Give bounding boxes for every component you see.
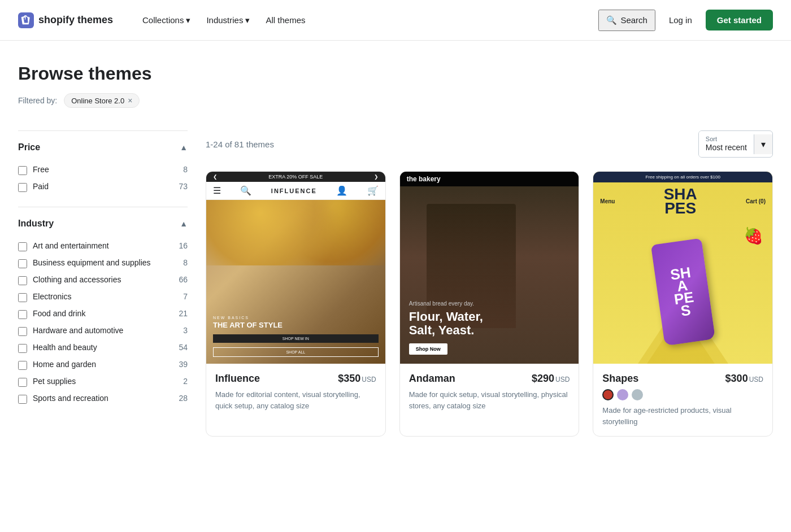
chevron-down-icon: ▾ xyxy=(186,15,190,25)
theme-preview-shapes: Free shipping on all orders over $100 Me… xyxy=(593,172,772,364)
logo[interactable]: shopify themes xyxy=(18,12,113,28)
shapes-nav: Menu SHA PES Cart (0) xyxy=(593,182,772,220)
theme-preview-influence: ❮ EXTRA 20% OFF SALE ❯ ☰ 🔍 INFLUENCE 👤 🛒 xyxy=(206,172,385,364)
andaman-header: the bakery xyxy=(400,172,579,186)
theme-name-shapes: Shapes xyxy=(602,373,638,385)
filter-checkbox-5[interactable] xyxy=(18,327,27,336)
page-title: Browse themes xyxy=(18,63,773,84)
sort-label-section: Sort Most recent xyxy=(699,131,754,157)
color-swatch-red[interactable] xyxy=(602,389,614,400)
main-layout: Price ▲ Free 8 Paid 73 xyxy=(18,130,773,437)
filter-checkbox-0[interactable] xyxy=(18,242,27,251)
industry-filter-items: Art and entertainment 16 Business equipm… xyxy=(18,238,188,407)
filter-checkbox-4[interactable] xyxy=(18,310,27,319)
price-filter-items: Free 8 Paid 73 xyxy=(18,162,188,195)
filter-item-clothing-and-accessories[interactable]: Clothing and accessories 66 xyxy=(18,272,188,289)
shopify-logo-icon xyxy=(18,12,34,28)
filter-row: Filtered by: Online Store 2.0 × xyxy=(18,93,773,108)
remove-filter-button[interactable]: × xyxy=(128,96,132,105)
svg-rect-0 xyxy=(18,12,34,28)
search-button[interactable]: 🔍 Search xyxy=(598,10,655,31)
filter-item-food-and-drink[interactable]: Food and drink 21 xyxy=(18,306,188,322)
influence-nav: ☰ 🔍 INFLUENCE 👤 🛒 xyxy=(206,182,385,200)
search-icon: 🔍 xyxy=(606,15,617,25)
filter-checkbox-1[interactable] xyxy=(18,259,27,268)
sort-value: Most recent xyxy=(706,143,747,152)
filter-checkbox-7[interactable] xyxy=(18,361,27,370)
theme-card-andaman: the bakery Artisanal bread every day. Fl… xyxy=(399,171,580,437)
industry-chevron-icon: ▲ xyxy=(180,219,188,228)
filter-item-hardware-and-automotive[interactable]: Hardware and automotive 3 xyxy=(18,322,188,339)
themes-count: 1-24 of 81 themes xyxy=(206,139,274,149)
filter-item-paid[interactable]: Paid 73 xyxy=(18,178,188,195)
filter-checkbox-free[interactable] xyxy=(18,166,27,175)
theme-card-header-shapes: Shapes $300USD xyxy=(602,373,763,385)
filter-checkbox-8[interactable] xyxy=(18,378,27,387)
filter-item-business-equipment-and-supplies[interactable]: Business equipment and supplies 8 xyxy=(18,255,188,272)
content-header: 1-24 of 81 themes Sort Most recent ▾ xyxy=(206,130,773,158)
theme-card-body-andaman: Andaman $290USD Made for quick setup, vi… xyxy=(400,364,579,420)
filter-item-health-and-beauty[interactable]: Health and beauty 54 xyxy=(18,339,188,356)
filter-checkbox-paid[interactable] xyxy=(18,183,27,192)
theme-preview-andaman: the bakery Artisanal bread every day. Fl… xyxy=(400,172,579,364)
theme-price-andaman: $290USD xyxy=(532,373,570,385)
influence-search-icon: 🔍 xyxy=(240,185,251,196)
price-chevron-icon: ▲ xyxy=(180,143,188,152)
nav-actions: 🔍 Search Log in Get started xyxy=(598,10,773,31)
filter-checkbox-9[interactable] xyxy=(18,395,27,404)
get-started-button[interactable]: Get started xyxy=(706,10,773,30)
theme-desc-andaman: Made for quick setup, visual storytellin… xyxy=(409,389,570,411)
color-swatch-gray[interactable] xyxy=(632,389,643,400)
price-section-title: Price xyxy=(18,142,40,152)
industry-section-title: Industry xyxy=(18,219,54,229)
theme-card-header-andaman: Andaman $290USD xyxy=(409,373,570,385)
theme-desc-shapes: Made for age-restricted products, visual… xyxy=(602,405,763,427)
sidebar: Price ▲ Free 8 Paid 73 xyxy=(18,130,188,437)
theme-card-shapes: Free shipping on all orders over $100 Me… xyxy=(593,171,773,437)
filter-item-home-and-garden[interactable]: Home and garden 39 xyxy=(18,356,188,373)
sort-dropdown[interactable]: Sort Most recent ▾ xyxy=(698,130,773,158)
nav-all-themes[interactable]: All themes xyxy=(259,11,312,29)
theme-desc-influence: Made for editorial content, visual story… xyxy=(215,389,376,411)
active-filter-tag: Online Store 2.0 × xyxy=(64,93,140,108)
nav-industries[interactable]: Industries ▾ xyxy=(199,11,257,30)
filter-checkbox-6[interactable] xyxy=(18,344,27,353)
filter-label: Filtered by: xyxy=(18,96,57,105)
filter-item-art-and-entertainment[interactable]: Art and entertainment 16 xyxy=(18,238,188,255)
theme-price-influence: $350USD xyxy=(338,373,376,385)
active-filter-label: Online Store 2.0 xyxy=(71,97,124,105)
influence-menu-icon: ☰ xyxy=(213,185,221,196)
filter-item-pet-supplies[interactable]: Pet supplies 2 xyxy=(18,373,188,390)
theme-name-andaman: Andaman xyxy=(409,373,455,385)
navigation: shopify themes Collections ▾ Industries … xyxy=(0,0,791,41)
logo-text: shopify themes xyxy=(38,14,113,26)
color-swatch-purple[interactable] xyxy=(617,389,628,400)
theme-card-body-influence: Influence $350USD Made for editorial con… xyxy=(206,364,385,420)
theme-price-shapes: $300USD xyxy=(725,373,763,385)
price-filter-section: Price ▲ Free 8 Paid 73 xyxy=(18,130,188,207)
nav-collections[interactable]: Collections ▾ xyxy=(136,11,197,30)
content-area: 1-24 of 81 themes Sort Most recent ▾ xyxy=(206,130,773,437)
filter-checkbox-3[interactable] xyxy=(18,293,27,302)
theme-card-header-influence: Influence $350USD xyxy=(215,373,376,385)
shapes-color-swatches xyxy=(602,389,763,400)
shapes-berry-icon: 🍓 xyxy=(744,226,763,245)
filter-item-free[interactable]: Free 8 xyxy=(18,162,188,178)
price-section-header[interactable]: Price ▲ xyxy=(18,142,188,152)
theme-card-body-shapes: Shapes $300USD Made for age-restricted p… xyxy=(593,364,772,436)
theme-name-influence: Influence xyxy=(215,373,260,385)
influence-topbar: ❮ EXTRA 20% OFF SALE ❯ xyxy=(206,172,385,182)
themes-grid: ❮ EXTRA 20% OFF SALE ❯ ☰ 🔍 INFLUENCE 👤 🛒 xyxy=(206,171,773,437)
filter-item-electronics[interactable]: Electronics 7 xyxy=(18,289,188,306)
theme-card-influence: ❮ EXTRA 20% OFF SALE ❯ ☰ 🔍 INFLUENCE 👤 🛒 xyxy=(206,171,386,437)
influence-cart-icon: 🛒 xyxy=(367,185,379,196)
industry-section-header[interactable]: Industry ▲ xyxy=(18,219,188,229)
nav-links: Collections ▾ Industries ▾ All themes xyxy=(136,11,598,30)
login-button[interactable]: Log in xyxy=(662,11,699,29)
page-content: Browse themes Filtered by: Online Store … xyxy=(0,41,791,437)
filter-item-sports-and-recreation[interactable]: Sports and recreation 28 xyxy=(18,390,188,407)
filter-checkbox-2[interactable] xyxy=(18,276,27,285)
industry-filter-section: Industry ▲ Art and entertainment 16 Busi… xyxy=(18,207,188,418)
chevron-down-icon: ▾ xyxy=(245,15,250,25)
sort-chevron-icon: ▾ xyxy=(754,134,772,154)
